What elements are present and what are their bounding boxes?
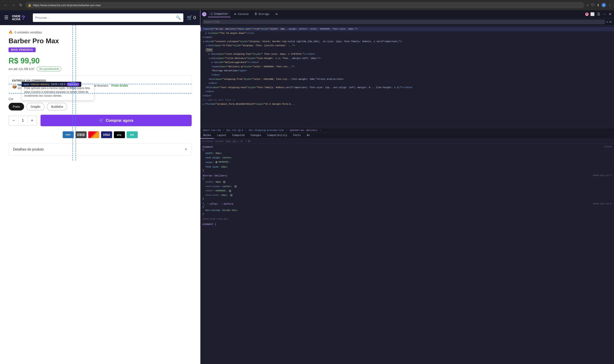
browser-chrome: ← → ↻ 🔒 https://www.ondeacha.com.br/prod…: [0, 0, 614, 10]
buy-btn-label: Comprar agora: [106, 118, 133, 123]
tree-line-deliverygarante[interactable]: ▶ <div id="deliverygarante" >◻</div>: [200, 60, 614, 65]
tree-line-delivery-g[interactable]: <span class="delivery-g" style="color: #…: [200, 65, 614, 69]
styles-tab-compat[interactable]: Compatibility: [264, 133, 290, 139]
pseudo-hov-btn[interactable]: :hov: [225, 140, 231, 143]
devtools-tab-console[interactable]: ≫ Console: [231, 11, 251, 17]
bc-item-2[interactable]: div.col-lg-6: [226, 129, 243, 131]
search-input[interactable]: [35, 16, 174, 19]
badge-mais-vendidos: MAIS VENDIDOS: [9, 48, 36, 52]
tooltip-tag: span: [24, 83, 29, 86]
svg-rect-0: [77, 133, 78, 136]
tree-line-close-content[interactable]: </div>: [200, 94, 614, 98]
light-mode-btn[interactable]: ☀: [240, 140, 243, 143]
devtools-close-btn[interactable]: ✕: [608, 11, 612, 17]
style-source-theme2: theme.min.css:6: [593, 203, 612, 205]
qty-increase-btn[interactable]: +: [28, 116, 37, 125]
address-bar[interactable]: 🔒 https://www.ondeacha.com.br/products/b…: [25, 2, 584, 8]
logo-onde: ONDE: [12, 15, 20, 18]
browser-icons: ☆ 🛡 ⬇ 5 ⋮: [586, 3, 612, 7]
html-tree[interactable]: <span id="arrow--delivery" data-open="tr…: [200, 26, 614, 128]
console-tab-label: Console: [238, 13, 249, 16]
devtools-more-btn[interactable]: ⋯: [602, 11, 607, 17]
menu-btn[interactable]: ⋮: [608, 3, 612, 7]
bc-sep-2: >: [245, 129, 248, 131]
tree-line-close-div[interactable]: </div>: [200, 73, 614, 77]
bookmark-btn[interactable]: ☆: [586, 3, 589, 7]
pseudo-cls-btn[interactable]: .cls: [232, 140, 236, 143]
cart-btn[interactable]: 🛒 0: [187, 15, 196, 20]
details-title: Detalhes do produto: [13, 147, 44, 151]
style-boxsizing: box-sizing: border-box;: [203, 208, 612, 213]
hamburger-btn[interactable]: ☰: [4, 15, 9, 20]
devtools-tab-storage[interactable]: 🗄 Storage: [252, 11, 272, 17]
devtools-responsive-btn[interactable]: ⬜: [589, 11, 595, 17]
cart-count: 0: [193, 15, 196, 20]
qty-control: − 1 +: [9, 116, 37, 126]
reload-btn[interactable]: ↻: [18, 2, 24, 8]
download-btn[interactable]: ⬇: [597, 3, 600, 7]
style-arrow-textalign: text-align: center;: [203, 184, 612, 189]
settings-btn[interactable]: ⚙: [248, 140, 251, 143]
bc-item-3[interactable]: div.shipping-preview-line: [249, 129, 284, 131]
tree-line-content-collapse[interactable]: ▼ <div id="content-collapse" style="disp…: [200, 39, 614, 44]
color-btn-preto[interactable]: Preto: [9, 103, 24, 110]
svg-rect-2: [79, 133, 79, 136]
details-section[interactable]: Detalhes do produto +: [9, 143, 192, 156]
edit-element-btn[interactable]: ✏: [609, 20, 612, 24]
styles-tab-computed[interactable]: Computed: [229, 133, 248, 139]
tree-arrow-form: ▶: [203, 102, 204, 106]
ver-parcelamento-btn[interactable]: Ver parcelamento: [37, 67, 61, 71]
qty-decrease-btn[interactable]: −: [9, 116, 18, 125]
style-arrow-fontsize: font-size: 15px;: [203, 193, 612, 197]
add-rule-btn[interactable]: +: [237, 140, 239, 143]
styles-tab-rules[interactable]: Rules: [200, 133, 214, 139]
tree-line-text-shipping-note[interactable]: <div class="text-shipping-note" style="f…: [200, 86, 614, 90]
styles-tab-an[interactable]: An: [304, 133, 313, 139]
tree-line-entrega-garantida[interactable]: "Entrega Garantida</span>: [200, 69, 614, 73]
tree-line-shipping-free[interactable]: <div class="shipping-free" style="color:…: [200, 77, 614, 81]
tree-line-title-delivery[interactable]: ▼ <div class="title-delivery" style="lin…: [200, 56, 614, 61]
svg-rect-4: [80, 133, 81, 136]
filter-icon2: [235, 185, 237, 188]
dark-mode-btn[interactable]: ☽: [244, 140, 247, 143]
styles-tab-layout[interactable]: Layout: [214, 133, 229, 139]
installment-info: em até 12x R$ 9,97 Ver parcelamento: [9, 67, 192, 71]
devtools-split-btn[interactable]: ☰: [596, 11, 601, 17]
style-rule-header2: #arrow--delivery theme.min.css:7: [203, 174, 612, 177]
svg-rect-3: [80, 133, 80, 136]
tree-line-d-flex[interactable]: ▼ <div class="d-flex" style="display: fl…: [200, 44, 614, 48]
tree-line-form[interactable]: ▶ <form id="product_form_8016504783135" …: [200, 102, 614, 106]
bc-sep-3: >: [286, 129, 289, 131]
back-btn[interactable]: ←: [2, 2, 9, 8]
styles-tab-fonts[interactable]: Fonts: [290, 133, 304, 139]
devtools-tab-inspector[interactable]: ⬡ Inspector: [208, 11, 230, 17]
styles-tab-changes[interactable]: Changes: [248, 133, 264, 139]
buy-now-btn[interactable]: 🛒 Comprar agora: [41, 115, 192, 126]
bc-item-4[interactable]: span#arrow--delivery: [290, 129, 318, 131]
search-bar[interactable]: 🔍: [33, 13, 183, 22]
tree-line-icon-shipping[interactable]: ▶ <div class="icon-shipping-fast" style=…: [200, 52, 614, 56]
payment-pix: pix: [127, 131, 138, 138]
forward-btn[interactable]: →: [10, 2, 17, 8]
profile-btn[interactable]: 5: [602, 3, 606, 7]
search-btn[interactable]: 🔍: [176, 15, 181, 20]
tree-line-close-div2[interactable]: </div>: [200, 81, 614, 86]
style-rule-header: element inline: [203, 146, 612, 149]
html-search-input[interactable]: [203, 20, 605, 24]
color-btn-buddaha[interactable]: Buddaha: [47, 103, 67, 110]
delivery-section: span #arrow--delivery 19.05 × 22.5 Flex …: [9, 76, 192, 93]
devtools-tab-more[interactable]: ≫: [273, 11, 280, 17]
add-element-btn[interactable]: +: [606, 20, 608, 24]
tree-line-close-span[interactable]: </span>: [200, 35, 614, 39]
main-layout: ☰ ONDE ACHA ? 🔍 🛒 0: [0, 10, 614, 364]
color-swatch[interactable]: [215, 161, 217, 163]
tree-line-close-dflex[interactable]: </div>: [200, 90, 614, 94]
bc-item-1[interactable]: oduct-row.row: [203, 129, 221, 131]
tree-line-arrow-delivery[interactable]: <span id="arrow--delivery" data-open="tr…: [200, 27, 614, 31]
devtools-breadcrumb: oduct-row.row > div.col-lg-6 > div.shipp…: [200, 128, 614, 132]
tree-line-fa-angle[interactable]: ▶ <i class="fas fa-angle-down" >◻</i>: [200, 31, 614, 36]
color-btn-dragao[interactable]: Dragão: [26, 103, 44, 110]
payment-amex: AMEX: [63, 131, 74, 138]
extension-shield-btn[interactable]: 🛡: [591, 3, 595, 7]
buy-section: − 1 + 🛒 Comprar agora: [9, 115, 192, 126]
